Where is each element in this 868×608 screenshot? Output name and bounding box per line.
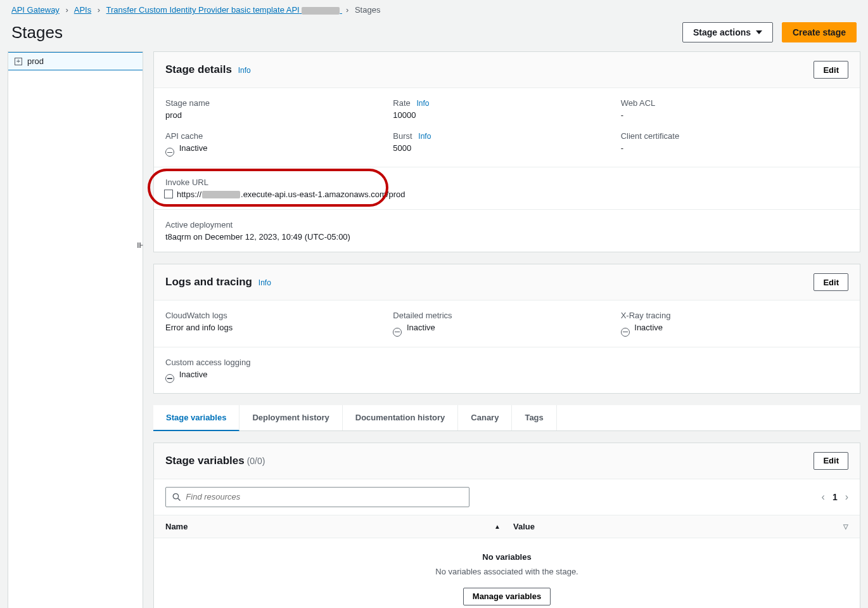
invoke-url-prefix: https:// xyxy=(177,190,201,199)
xray-label: X-Ray tracing xyxy=(621,311,836,320)
stage-name-label: Stage name xyxy=(165,98,380,108)
logs-info-link[interactable]: Info xyxy=(258,278,271,287)
empty-subtitle: No variables associated with the stage. xyxy=(154,567,860,576)
logs-title: Logs and tracing xyxy=(165,276,252,288)
stage-variables-panel: Stage variables (0/0) Edit ‹ 1 › xyxy=(153,443,860,608)
resize-handle-icon[interactable]: ⊪ xyxy=(137,241,143,250)
custom-access-label: Custom access logging xyxy=(165,358,380,367)
stage-tabs: Stage variables Deployment history Docum… xyxy=(153,405,860,431)
chevron-right-icon: › xyxy=(98,5,100,15)
stage-variables-title: Stage variables xyxy=(165,455,245,467)
tab-stage-variables[interactable]: Stage variables xyxy=(153,405,239,431)
manage-variables-button[interactable]: Manage variables xyxy=(463,588,551,605)
rate-value: 10000 xyxy=(393,110,608,120)
burst-value: 5000 xyxy=(393,143,608,153)
cloudwatch-value: Error and info logs xyxy=(165,323,380,332)
invoke-url-label: Invoke URL xyxy=(165,178,848,187)
api-cache-label: API cache xyxy=(165,131,380,141)
stage-details-info-link[interactable]: Info xyxy=(238,66,251,75)
tab-deployment-history[interactable]: Deployment history xyxy=(239,405,342,430)
tab-canary[interactable]: Canary xyxy=(458,405,512,430)
copy-icon[interactable] xyxy=(165,191,173,198)
table-header: Name ▲ Value ▽ xyxy=(154,515,860,538)
pager-next-button[interactable]: › xyxy=(845,491,848,503)
logs-tracing-panel: Logs and tracing Info Edit CloudWatch lo… xyxy=(153,264,860,394)
client-cert-label: Client certificate xyxy=(621,131,836,141)
column-name[interactable]: Name xyxy=(165,522,188,531)
inactive-icon xyxy=(621,328,630,337)
page-title: Stages xyxy=(11,23,63,42)
stage-variables-edit-button[interactable]: Edit xyxy=(814,452,848,470)
tab-documentation-history[interactable]: Documentation history xyxy=(343,405,459,430)
web-acl-label: Web ACL xyxy=(621,98,836,108)
detailed-metrics-label: Detailed metrics xyxy=(393,311,608,320)
breadcrumb: API Gateway › APIs › Transfer Custom Ide… xyxy=(0,0,868,20)
stage-details-panel: Stage details Info Edit Stage name prod … xyxy=(153,51,860,252)
chevron-right-icon: › xyxy=(346,5,348,15)
pager-page-number: 1 xyxy=(833,492,838,502)
logs-edit-button[interactable]: Edit xyxy=(814,273,848,291)
stage-actions-button[interactable]: Stage actions xyxy=(682,22,773,42)
expand-icon[interactable]: + xyxy=(15,58,22,65)
chevron-right-icon: › xyxy=(66,5,68,15)
breadcrumb-link-api-name[interactable]: Transfer Custom Identity Provider basic … xyxy=(106,5,342,15)
inactive-icon xyxy=(165,148,174,157)
column-value[interactable]: Value xyxy=(513,522,535,531)
pager-prev-button[interactable]: ‹ xyxy=(822,491,825,503)
stage-name-value: prod xyxy=(165,110,380,120)
redacted-api-id xyxy=(202,191,240,198)
active-deployment-label: Active deployment xyxy=(165,220,848,230)
pager: ‹ 1 › xyxy=(822,491,848,503)
burst-label: Burst xyxy=(393,131,412,141)
search-input[interactable] xyxy=(186,492,463,501)
sidebar-item-prod[interactable]: + prod xyxy=(8,52,143,70)
page-header: Stages Stage actions Create stage xyxy=(0,20,868,51)
redacted-api-id xyxy=(302,7,340,15)
highlight-annotation xyxy=(148,169,388,207)
client-cert-value: - xyxy=(621,143,836,153)
invoke-url-suffix: .execute-api.us-east-1.amazonaws.com/pro… xyxy=(241,190,405,199)
rate-info-link[interactable]: Info xyxy=(416,99,429,108)
api-cache-value: Inactive xyxy=(179,143,208,153)
cloudwatch-label: CloudWatch logs xyxy=(165,311,380,320)
xray-value: Inactive xyxy=(634,323,663,332)
active-deployment-value: t8aqrm on December 12, 2023, 10:49 (UTC-… xyxy=(165,232,848,242)
breadcrumb-current: Stages xyxy=(355,5,380,15)
inactive-icon xyxy=(165,374,174,383)
sort-desc-icon[interactable]: ▽ xyxy=(843,523,848,530)
create-stage-button[interactable]: Create stage xyxy=(782,22,857,42)
burst-info-link[interactable]: Info xyxy=(418,132,431,141)
web-acl-value: - xyxy=(621,110,836,120)
invoke-url-section: Invoke URL https:// .execute-api.us-east… xyxy=(154,167,860,209)
breadcrumb-link-apis[interactable]: APIs xyxy=(74,5,91,15)
sort-asc-icon[interactable]: ▲ xyxy=(494,523,501,530)
breadcrumb-api-name-text: Transfer Custom Identity Provider basic … xyxy=(106,5,300,15)
stage-details-title: Stage details xyxy=(165,63,232,75)
detailed-metrics-value: Inactive xyxy=(407,323,435,332)
search-box[interactable] xyxy=(165,487,469,507)
custom-access-value: Inactive xyxy=(179,370,208,379)
empty-title: No variables xyxy=(154,552,860,562)
stage-details-edit-button[interactable]: Edit xyxy=(814,61,848,79)
svg-point-0 xyxy=(173,493,178,498)
search-icon xyxy=(172,493,181,501)
stage-sidebar: + prod xyxy=(8,51,143,608)
breadcrumb-link-apigateway[interactable]: API Gateway xyxy=(11,5,60,15)
stage-variables-count: (0/0) xyxy=(247,456,265,466)
caret-down-icon xyxy=(756,30,762,34)
rate-label: Rate xyxy=(393,98,410,108)
svg-line-1 xyxy=(178,498,181,501)
tab-tags[interactable]: Tags xyxy=(512,405,556,430)
empty-state: No variables No variables associated wit… xyxy=(154,538,860,608)
sidebar-item-label: prod xyxy=(27,56,44,66)
stage-actions-label: Stage actions xyxy=(693,27,751,37)
inactive-icon xyxy=(393,328,402,337)
